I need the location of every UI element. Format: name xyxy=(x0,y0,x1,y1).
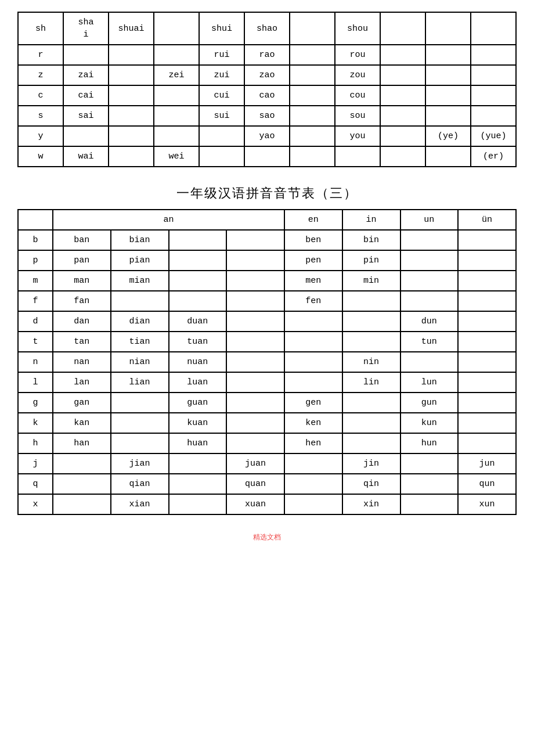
cell xyxy=(111,393,169,413)
cell xyxy=(226,230,284,250)
table-header-row: an en in un ün xyxy=(18,210,516,230)
cell: x xyxy=(18,494,53,514)
cell: j xyxy=(18,453,53,474)
cell xyxy=(425,45,471,65)
cell xyxy=(226,311,284,332)
cell: gun xyxy=(400,393,459,413)
cell: rou xyxy=(335,45,380,65)
cell xyxy=(290,146,335,167)
cell: h xyxy=(18,433,53,453)
table-row: h han huan hen hun xyxy=(18,433,516,453)
table-row: q qian quan qin qun xyxy=(18,474,516,494)
cell: bian xyxy=(111,230,169,250)
cell xyxy=(400,453,459,474)
cell: (ye) xyxy=(425,126,471,146)
col-header-un2: ün xyxy=(458,210,516,230)
cell xyxy=(154,45,199,65)
cell: lian xyxy=(111,372,169,393)
cell xyxy=(458,433,516,453)
cell: xian xyxy=(111,494,169,514)
cell: zui xyxy=(199,65,244,85)
cell xyxy=(284,352,342,372)
cell xyxy=(169,291,227,311)
cell xyxy=(342,393,400,413)
cell xyxy=(284,494,342,514)
cell xyxy=(380,45,425,65)
cell xyxy=(458,291,516,311)
cell: han xyxy=(53,433,111,453)
cell xyxy=(400,291,459,311)
cell: dian xyxy=(111,311,169,332)
cell xyxy=(109,85,154,106)
cell: bin xyxy=(342,230,400,250)
cell: xun xyxy=(458,494,516,514)
cell xyxy=(458,393,516,413)
cell: you xyxy=(335,126,380,146)
cell xyxy=(290,106,335,126)
cell xyxy=(226,413,284,433)
cell xyxy=(290,45,335,65)
cell xyxy=(53,494,111,514)
cell: gan xyxy=(53,393,111,413)
cell xyxy=(154,106,199,126)
table-row: s sai sui sao sou xyxy=(18,106,516,126)
cell xyxy=(342,433,400,453)
cell: xuan xyxy=(226,494,284,514)
cell xyxy=(111,291,169,311)
cell xyxy=(458,230,516,250)
cell: nan xyxy=(53,352,111,372)
cell: dun xyxy=(400,311,459,332)
cell: l xyxy=(18,372,53,393)
cell: wai xyxy=(63,146,109,167)
cell: zao xyxy=(244,65,290,85)
cell xyxy=(226,250,284,271)
cell xyxy=(244,146,290,167)
cell: guan xyxy=(169,393,227,413)
cell: r xyxy=(18,45,63,65)
cell: qian xyxy=(111,474,169,494)
cell xyxy=(199,146,244,167)
cell xyxy=(284,372,342,393)
cell xyxy=(290,85,335,106)
cell xyxy=(284,474,342,494)
table-row: x xian xuan xin xun xyxy=(18,494,516,514)
cell: lun xyxy=(400,372,459,393)
cell xyxy=(458,271,516,291)
cell: n xyxy=(18,352,53,372)
cell xyxy=(226,372,284,393)
cell xyxy=(154,12,199,45)
cell xyxy=(335,146,380,167)
cell: shai xyxy=(63,12,109,45)
cell: juan xyxy=(226,453,284,474)
cell xyxy=(342,332,400,352)
table-row: r rui rao rou xyxy=(18,45,516,65)
cell xyxy=(109,45,154,65)
cell xyxy=(471,106,516,126)
cell: gen xyxy=(284,393,342,413)
cell: sai xyxy=(63,106,109,126)
cell xyxy=(380,85,425,106)
cell xyxy=(111,433,169,453)
cell: nuan xyxy=(169,352,227,372)
cell: nian xyxy=(111,352,169,372)
cell: b xyxy=(18,230,53,250)
cell: sou xyxy=(335,106,380,126)
cell xyxy=(471,65,516,85)
cell xyxy=(284,453,342,474)
cell xyxy=(226,352,284,372)
cell: jin xyxy=(342,453,400,474)
cell: zou xyxy=(335,65,380,85)
cell: rao xyxy=(244,45,290,65)
cell xyxy=(380,12,425,45)
cell xyxy=(284,311,342,332)
section2-title: 一年级汉语拼音音节表（三） xyxy=(17,185,517,202)
table-row: z zai zei zui zao zou xyxy=(18,65,516,85)
cell xyxy=(154,85,199,106)
cell xyxy=(458,332,516,352)
col-header xyxy=(18,210,53,230)
cell xyxy=(226,291,284,311)
cell: pian xyxy=(111,250,169,271)
table-row: f fan fen xyxy=(18,291,516,311)
cell: q xyxy=(18,474,53,494)
cell: kuan xyxy=(169,413,227,433)
